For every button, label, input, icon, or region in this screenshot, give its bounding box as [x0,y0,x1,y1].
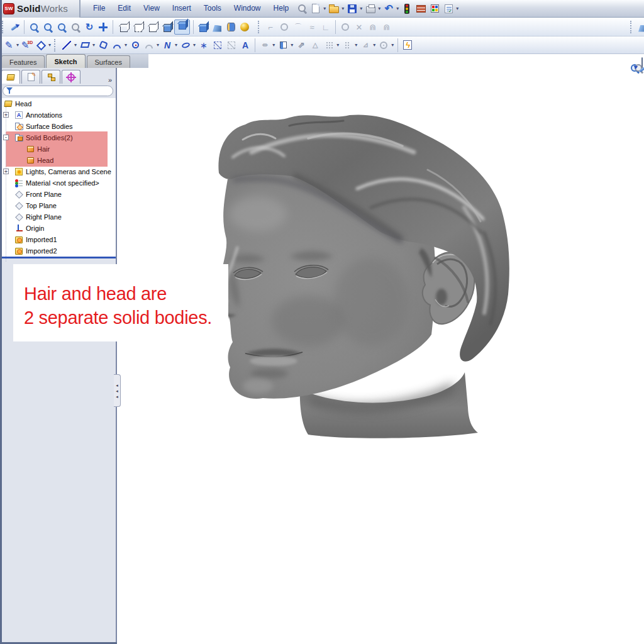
menu-file[interactable]: File [87,0,111,17]
tree-item-imported2[interactable]: Imported2 [2,245,116,257]
tree-item-surface-bodies[interactable]: Surface Bodies [2,121,116,132]
new-document-dropdown[interactable]: ▾ [323,6,326,11]
zoom-in-out-button[interactable] [55,20,68,34]
mirror-entities-button-disabled: ⇹ [258,38,271,52]
tree-item-front-plane[interactable]: Front Plane [2,189,116,200]
tree-filter-input[interactable] [3,86,113,96]
toolbar-grip[interactable] [54,39,57,52]
new-document-button[interactable] [309,2,322,16]
tree-item-top-plane[interactable]: Top Plane [2,200,116,211]
tree-item-lights-cameras-scene[interactable]: +Lights, Cameras and Scene [2,166,116,177]
undo-button[interactable]: ↶ [382,2,395,16]
centerpoint-arc-button[interactable] [111,38,123,52]
circle-button[interactable] [129,38,142,52]
rectangle-button[interactable] [79,38,91,52]
toolbar-grip[interactable] [258,21,261,33]
section-view-button[interactable] [225,20,237,34]
ellipse-dropdown[interactable]: ▾ [193,42,196,48]
menu-edit[interactable]: Edit [111,0,137,17]
sketch-button[interactable]: ✎ [3,38,15,52]
wireframe-button[interactable] [116,20,130,34]
rollback-bar[interactable] [0,257,116,258]
smart-dimension-dropdown[interactable]: ▾ [48,42,51,48]
realview-button[interactable] [238,20,251,34]
tab-features[interactable]: Features [1,55,45,68]
manager-overflow-button[interactable]: » [108,76,114,84]
smart-dimension-button[interactable] [35,38,47,52]
arc-dropdown[interactable]: ▾ [125,42,127,48]
save-dropdown[interactable]: ▾ [360,6,362,11]
tab-sketch[interactable]: Sketch [46,54,85,68]
tree-item-solid-bodies[interactable]: -Solid Bodies(2) [2,132,116,143]
open-button[interactable] [328,2,340,16]
configurationmanager-tab[interactable] [42,70,60,84]
tree-item-material[interactable]: Material <not specified> [2,177,116,189]
toolbar-grip[interactable] [630,21,633,33]
zoom-area-button[interactable] [42,20,54,34]
graphics-viewport[interactable] [117,54,644,644]
tree-item-head-body[interactable]: Head [2,155,116,166]
zoom-to-selection-button[interactable] [69,20,82,34]
tree-item-annotations[interactable]: +AAnnotations [2,109,116,121]
rebuild-button[interactable] [401,2,413,16]
print-button[interactable] [364,2,377,16]
menu-window[interactable]: Window [228,0,267,17]
color-swatches-button[interactable] [428,2,441,16]
propertymanager-tab[interactable] [21,70,40,84]
tab-surfaces[interactable]: Surfaces [87,55,130,68]
pan-button[interactable] [97,20,109,34]
instant3d-dropdown[interactable]: ▾ [291,42,293,48]
featuremanager-tab[interactable] [1,70,20,84]
polygon-button[interactable] [97,38,109,52]
expand-toggle[interactable]: + [3,112,9,118]
trim-entities-button[interactable] [211,38,224,52]
spline-button[interactable]: N [161,38,174,52]
menu-help[interactable]: Help [267,0,296,17]
tree-item-right-plane[interactable]: Right Plane [2,211,116,223]
spline-dropdown[interactable]: ▾ [175,42,177,48]
expand-toggle[interactable]: + [3,169,9,174]
point-button[interactable]: ∗ [197,38,210,52]
rectangle-dropdown[interactable]: ▾ [92,42,95,48]
sketch-text-button[interactable]: A [239,38,252,52]
menu-view[interactable]: View [137,0,166,17]
zoom-to-fit-button[interactable] [28,20,40,34]
undo-dropdown[interactable]: ▾ [396,6,399,11]
panel-splitter-handle[interactable]: ◂ ◂ ◂ [114,374,121,407]
shaded-with-edges-button[interactable] [160,20,173,34]
quick-snaps-button[interactable] [401,38,414,52]
select-wand-button[interactable] [8,20,21,34]
perspective-button[interactable] [211,20,223,34]
tree-item-head-root[interactable]: Head [2,98,116,109]
save-button[interactable] [346,2,358,16]
shadows-in-shaded-button[interactable] [197,20,209,34]
offset-entities-button[interactable]: ⇗ [295,38,308,52]
tree-item-origin[interactable]: Origin [2,223,116,234]
dimxpertmanager-tab[interactable] [62,70,80,84]
search-button[interactable] [296,2,308,16]
line-dropdown[interactable]: ▾ [74,42,77,48]
rotate-view-button[interactable]: ↻ [83,20,96,34]
shaded-button-selected[interactable] [174,19,190,35]
hidden-lines-visible-button[interactable] [131,20,144,34]
menu-insert[interactable]: Insert [166,0,197,17]
hidden-lines-removed-button[interactable] [145,20,158,34]
separator [255,38,255,52]
ellipse-button[interactable] [179,38,192,52]
options-dropdown[interactable]: ▾ [456,6,458,11]
3d-sketch-button[interactable]: ✎3D [21,38,33,52]
line-button[interactable] [60,38,73,52]
print-dropdown[interactable]: ▾ [378,6,380,11]
toolbar-grip[interactable] [2,21,5,33]
sketch-dropdown[interactable]: ▾ [16,42,19,48]
head-model[interactable] [214,113,528,447]
options-button[interactable] [442,2,455,16]
instant3d-button[interactable] [277,38,289,52]
view-orientation-button[interactable] [636,20,644,34]
open-dropdown[interactable]: ▾ [341,6,344,11]
menu-tools[interactable]: Tools [197,0,228,17]
collapse-toggle[interactable]: - [3,135,9,140]
tree-item-imported1[interactable]: Imported1 [2,234,116,245]
tree-item-hair-body[interactable]: Hair [2,143,116,155]
file-properties-button[interactable] [414,2,427,16]
